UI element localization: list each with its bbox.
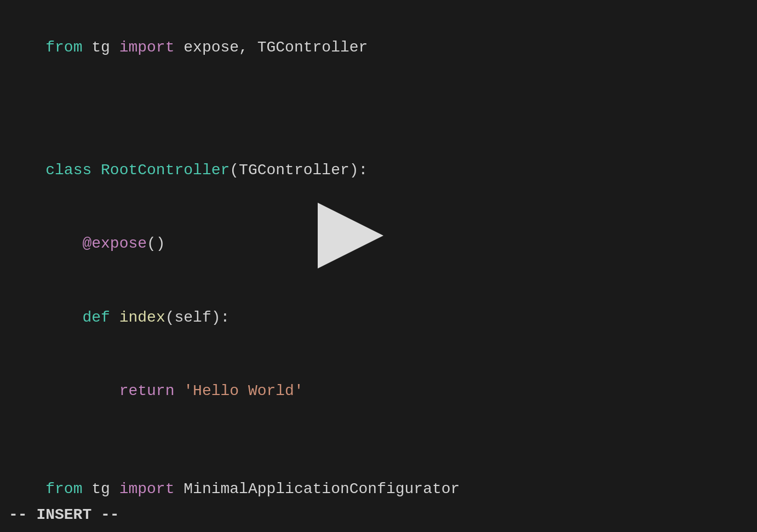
code-line-1: from tg import expose, TGController xyxy=(9,11,748,84)
code-editor[interactable]: from tg import expose, TGController clas… xyxy=(0,0,757,532)
code-line-def: def index(self): xyxy=(9,281,748,354)
code-line-blank2 xyxy=(9,109,748,134)
code-line-class: class RootController(TGController): xyxy=(9,134,748,207)
code-line-blank1 xyxy=(9,84,748,109)
play-triangle-icon xyxy=(318,203,383,268)
status-bar: -- INSERT -- xyxy=(0,499,757,532)
code-line-blank3 xyxy=(9,428,748,453)
code-line-return: return 'Hello World' xyxy=(9,354,748,428)
play-button[interactable] xyxy=(318,203,389,268)
insert-mode-indicator: -- INSERT -- xyxy=(9,506,119,523)
